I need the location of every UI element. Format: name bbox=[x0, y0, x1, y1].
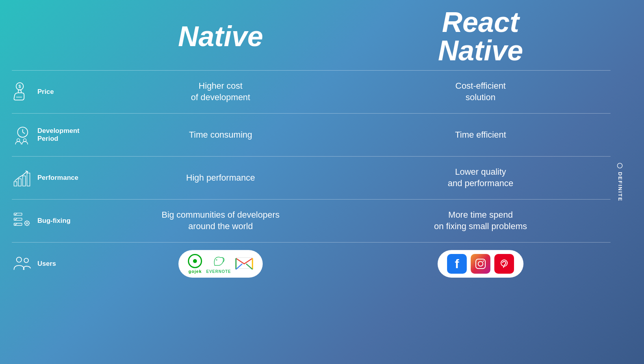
svg-point-26 bbox=[24, 258, 28, 262]
development-icon bbox=[12, 124, 33, 146]
svg-point-15 bbox=[25, 221, 29, 225]
header-native: Native bbox=[91, 8, 351, 65]
users-row: Users gojek bbox=[12, 244, 611, 284]
bugfixing-icon bbox=[12, 210, 33, 232]
gmail-logo bbox=[235, 256, 253, 272]
instagram-logo bbox=[471, 254, 490, 274]
react-users-logos: f bbox=[438, 250, 523, 278]
svg-point-7 bbox=[23, 138, 26, 141]
price-icon-label: $ Price bbox=[12, 78, 91, 106]
svg-rect-9 bbox=[19, 179, 21, 186]
bugfixing-label: Bug-fixing bbox=[37, 217, 71, 225]
development-divider bbox=[12, 156, 611, 157]
development-icon-label: DevelopmentPeriod bbox=[12, 121, 91, 149]
react-native-title: React Native bbox=[438, 8, 523, 65]
performance-native-cell: High performance bbox=[91, 169, 351, 187]
development-row: DevelopmentPeriod Time consuming Time ef… bbox=[12, 115, 611, 155]
svg-line-21 bbox=[25, 221, 25, 221]
price-icon: $ bbox=[12, 81, 33, 103]
performance-icon bbox=[12, 167, 33, 189]
price-label: Price bbox=[37, 88, 54, 96]
watermark-text: DEFINITE bbox=[617, 172, 623, 201]
watermark-icon: ◯ bbox=[617, 162, 623, 169]
users-react-cell: f bbox=[351, 250, 611, 278]
development-react-cell: Time efficient bbox=[351, 126, 611, 144]
svg-rect-8 bbox=[14, 181, 17, 186]
development-native-cell: Time consuming bbox=[91, 126, 351, 144]
svg-line-23 bbox=[28, 221, 29, 221]
header-row: Native React Native bbox=[12, 8, 611, 65]
users-label: Users bbox=[37, 260, 56, 268]
svg-line-24 bbox=[25, 224, 25, 225]
svg-point-31 bbox=[483, 261, 484, 262]
price-native-cell: Higher costof development bbox=[91, 77, 351, 106]
price-react-cell: Cost-efficientsolution bbox=[351, 77, 611, 106]
performance-react-cell: Lower qualityand performance bbox=[351, 163, 611, 192]
bugfixing-icon-label: Bug-fixing bbox=[12, 207, 91, 235]
performance-row: Performance High performance Lower quali… bbox=[12, 158, 611, 198]
svg-point-16 bbox=[26, 222, 28, 224]
price-divider bbox=[12, 113, 611, 114]
native-title: Native bbox=[178, 22, 263, 50]
header-icon-spacer bbox=[12, 8, 91, 65]
price-row: $ Price Higher costof development Cost-e… bbox=[12, 72, 611, 112]
svg-rect-11 bbox=[27, 173, 30, 186]
performance-divider bbox=[12, 199, 611, 200]
svg-rect-29 bbox=[476, 259, 485, 269]
performance-icon-label: Performance bbox=[12, 164, 91, 192]
svg-point-6 bbox=[17, 138, 20, 141]
users-icon-label: Users bbox=[12, 250, 91, 278]
watermark: ◯ DEFINITE bbox=[617, 162, 623, 201]
svg-point-27 bbox=[216, 259, 217, 260]
users-native-cell: gojek EVERNOTE bbox=[91, 250, 351, 278]
users-icon bbox=[12, 253, 33, 275]
header-react: React Native bbox=[351, 8, 611, 65]
svg-line-22 bbox=[28, 224, 29, 225]
evernote-logo: EVERNOTE bbox=[206, 254, 231, 274]
bugfixing-divider bbox=[12, 242, 611, 243]
bugfixing-native-cell: Big communities of developersaround the … bbox=[91, 206, 351, 235]
native-users-logos: gojek EVERNOTE bbox=[178, 250, 262, 278]
performance-label: Performance bbox=[37, 174, 78, 182]
svg-text:$: $ bbox=[19, 84, 21, 89]
bugfixing-react-cell: More time spendon fixing small problems bbox=[351, 206, 611, 235]
bugfixing-row: Bug-fixing Big communities of developers… bbox=[12, 201, 611, 241]
facebook-logo: f bbox=[447, 254, 467, 274]
main-container: Native React Native $ bbox=[0, 0, 622, 364]
svg-line-5 bbox=[23, 132, 25, 134]
svg-point-30 bbox=[478, 261, 483, 266]
development-label: DevelopmentPeriod bbox=[37, 127, 80, 143]
gojek-logo: gojek bbox=[188, 254, 202, 274]
pinterest-logo bbox=[494, 254, 514, 274]
header-divider bbox=[12, 70, 611, 71]
svg-point-25 bbox=[17, 257, 22, 262]
svg-rect-10 bbox=[23, 176, 26, 186]
